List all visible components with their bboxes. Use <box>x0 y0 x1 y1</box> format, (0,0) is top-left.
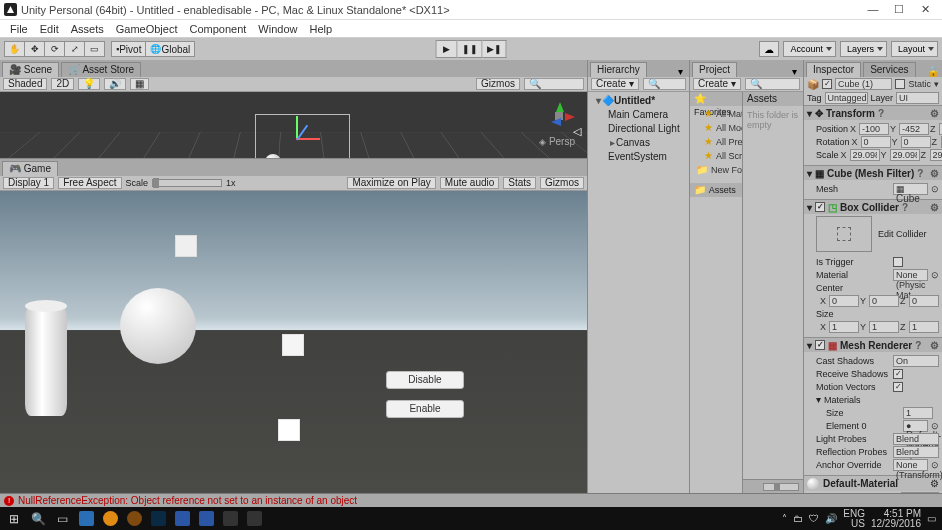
taskbar-app[interactable] <box>122 507 146 530</box>
thumbnail-size-slider[interactable] <box>763 483 799 491</box>
search-button[interactable]: 🔍 <box>26 507 50 530</box>
tab-asset-store[interactable]: 🛒 Asset Store <box>61 62 141 77</box>
taskbar-app[interactable] <box>74 507 98 530</box>
mute-audio-toggle[interactable]: Mute audio <box>440 177 499 189</box>
motionvec-checkbox[interactable] <box>893 382 903 392</box>
rotation-y[interactable] <box>901 136 931 148</box>
istrigger-checkbox[interactable] <box>893 257 903 267</box>
boxcollider-enabled-checkbox[interactable] <box>815 202 825 212</box>
recvshadows-checkbox[interactable] <box>893 369 903 379</box>
tab-services[interactable]: Services <box>863 62 915 77</box>
pivot-toggle[interactable]: ▪ Pivot <box>111 41 146 57</box>
center-y[interactable] <box>869 295 899 307</box>
layer-dropdown[interactable]: UI <box>896 92 939 104</box>
boxcollider-settings-icon[interactable]: ⚙ <box>930 202 939 213</box>
meshrenderer-settings-icon[interactable]: ⚙ <box>930 340 939 351</box>
hierarchy-item[interactable]: Directional Light <box>590 122 687 136</box>
project-create-dropdown[interactable]: Create ▾ <box>693 78 741 90</box>
tray-chevron-icon[interactable]: ˄ <box>782 513 787 524</box>
scene-node[interactable]: ▾🔷Untitled* <box>590 94 687 108</box>
elem0-field[interactable]: ● Default-Materia <box>903 420 928 432</box>
scale-x[interactable] <box>850 149 880 161</box>
hierarchy-create-dropdown[interactable]: Create ▾ <box>591 78 639 90</box>
reflprobes-dropdown[interactable]: Blend Probes <box>893 446 939 458</box>
fav-item[interactable]: ★All Scripts <box>690 149 742 163</box>
position-y[interactable] <box>899 123 929 135</box>
lightprobes-dropdown[interactable]: Blend Probes <box>893 433 939 445</box>
center-z[interactable] <box>909 295 939 307</box>
project-menu-icon[interactable]: ▾ <box>788 66 800 77</box>
taskbar-app[interactable] <box>242 507 266 530</box>
menu-window[interactable]: Window <box>252 23 303 35</box>
static-checkbox[interactable] <box>895 79 905 89</box>
menu-help[interactable]: Help <box>303 23 338 35</box>
anchor-field[interactable]: None (Transform) <box>893 459 928 471</box>
pause-button[interactable]: ❚❚ <box>458 40 483 58</box>
rect-tool[interactable]: ▭ <box>85 41 105 57</box>
projection-label[interactable]: ◈ Persp <box>539 136 575 147</box>
rotation-x[interactable] <box>861 136 891 148</box>
minimize-button[interactable]: — <box>860 0 886 20</box>
hierarchy-item[interactable]: EventSystem <box>590 150 687 164</box>
mesh-field[interactable]: ▦ Cube <box>893 183 928 195</box>
layers-dropdown[interactable]: Layers <box>840 41 887 57</box>
elem0-picker-icon[interactable]: ⊙ <box>931 421 939 431</box>
collsize-x[interactable] <box>829 321 859 333</box>
menu-edit[interactable]: Edit <box>34 23 65 35</box>
tray-lang[interactable]: ENG <box>843 509 865 519</box>
scale-slider[interactable] <box>152 179 222 187</box>
center-x[interactable] <box>829 295 859 307</box>
game-viewport[interactable]: Disable Enable <box>0 191 587 493</box>
start-button[interactable]: ⊞ <box>2 507 26 530</box>
taskbar-app[interactable] <box>194 507 218 530</box>
scene-search[interactable]: 🔍 <box>524 78 584 90</box>
hand-tool[interactable]: ✋ <box>4 41 25 57</box>
tray-notifications-icon[interactable]: ▭ <box>927 513 936 524</box>
status-bar[interactable]: ! NullReferenceException: Object referen… <box>0 493 942 507</box>
tab-project[interactable]: Project <box>692 62 737 77</box>
rotate-tool[interactable]: ⟳ <box>45 41 65 57</box>
tab-hierarchy[interactable]: Hierarchy <box>590 62 647 77</box>
tray-network-icon[interactable]: 🛡 <box>809 513 819 524</box>
taskbar-app[interactable] <box>98 507 122 530</box>
scale-z[interactable] <box>930 149 942 161</box>
stats-toggle[interactable]: Stats <box>503 177 536 189</box>
castshadows-dropdown[interactable]: On <box>893 355 939 367</box>
position-x[interactable] <box>859 123 889 135</box>
tray-battery-icon[interactable]: 🗀 <box>793 513 803 524</box>
tag-dropdown[interactable]: Untagged <box>825 92 868 104</box>
scene-viewport[interactable]: ◁ ◈ Persp <box>0 92 587 158</box>
global-toggle[interactable]: 🌐 Global <box>146 41 195 57</box>
project-search[interactable]: 🔍 <box>745 78 800 90</box>
tab-scene[interactable]: 🎥 Scene <box>2 62 59 77</box>
menu-file[interactable]: File <box>4 23 34 35</box>
matsize-field[interactable] <box>903 407 933 419</box>
gameobject-active-checkbox[interactable] <box>822 79 832 89</box>
meshfilter-settings-icon[interactable]: ⚙ <box>930 168 939 179</box>
folder-item[interactable]: 📁New Folder <box>690 163 742 177</box>
move-tool[interactable]: ✥ <box>25 41 45 57</box>
material-settings-icon[interactable]: ⚙ <box>930 478 939 489</box>
menu-component[interactable]: Component <box>183 23 252 35</box>
menu-assets[interactable]: Assets <box>65 23 110 35</box>
maximize-button[interactable]: ☐ <box>886 0 912 20</box>
favorites-header[interactable]: ⭐ Favorites <box>690 92 742 106</box>
hierarchy-search[interactable]: 🔍 <box>643 78 686 90</box>
collsize-y[interactable] <box>869 321 899 333</box>
physmat-field[interactable]: None (Physic Mat <box>893 269 928 281</box>
scene-fx-toggle[interactable]: ▦ <box>130 78 149 90</box>
aspect-dropdown[interactable]: Free Aspect <box>58 177 121 189</box>
game-ui-disable-button[interactable]: Disable <box>386 371 464 389</box>
hierarchy-tree[interactable]: ▾🔷Untitled* Main Camera Directional Ligh… <box>588 92 689 493</box>
tray-time[interactable]: 4:51 PM <box>884 509 921 519</box>
taskbar-app[interactable] <box>146 507 170 530</box>
gameobject-name-field[interactable] <box>835 78 892 90</box>
close-button[interactable]: ✕ <box>912 0 938 20</box>
layout-dropdown[interactable]: Layout <box>891 41 938 57</box>
step-button[interactable]: ▶❚ <box>483 40 507 58</box>
assets-node[interactable]: 📁 Assets <box>690 183 742 197</box>
hierarchy-item[interactable]: ▸Canvas <box>590 136 687 150</box>
scene-audio-toggle[interactable]: 🔊 <box>104 78 126 90</box>
maximize-on-play-toggle[interactable]: Maximize on Play <box>347 177 435 189</box>
game-ui-enable-button[interactable]: Enable <box>386 400 464 418</box>
